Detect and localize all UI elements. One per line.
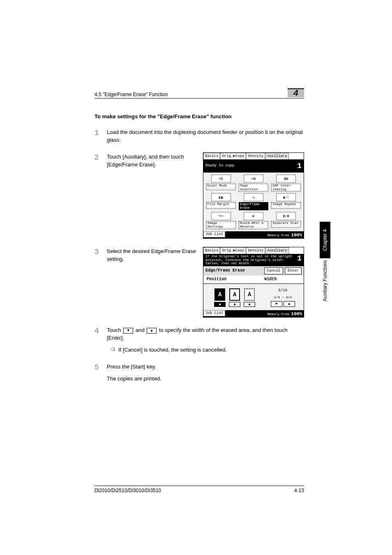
lcd2-position-area: A ▲ A ▲ A ▲ <box>207 288 263 307</box>
step-4-substep: ❍ If [Cancel] is touched, the setting is… <box>107 346 304 354</box>
lcd1-status-text: Ready to copy <box>205 163 234 168</box>
inline-decrease-icon: ▼ <box>123 328 133 334</box>
step-3: 3 Select the desired Edge/Frame Erase se… <box>95 248 304 318</box>
lcd2-tab-origcopy[interactable]: Orig.▶Copy <box>220 247 246 254</box>
step-num-4: 4 <box>95 327 103 354</box>
lcd1-tab-density[interactable]: Density <box>246 153 265 159</box>
position-top-select[interactable]: ▲ <box>229 302 240 307</box>
lcd1-tab-origcopy[interactable]: Orig.▶Copy <box>220 153 246 159</box>
lcd2-cancel-button[interactable]: Cancel <box>264 267 283 274</box>
footer-page-number: 4-13 <box>294 488 304 493</box>
bw-reverse-icon: ◐ <box>244 212 263 220</box>
step-body-1: Load the document into the duplexing doc… <box>107 129 304 144</box>
step-5-text2: The copies are printed. <box>107 375 304 383</box>
image-settings-button[interactable]: Image Settings <box>206 221 236 229</box>
lcd1-memory-indicator: Memory Free 100% <box>267 233 302 237</box>
section-title: To make settings for the "Edge/Frame Era… <box>95 113 304 120</box>
step-num-5: 5 <box>95 363 103 383</box>
cover-mode-icon: ▭∏ <box>211 175 231 183</box>
page-insertion-button[interactable]: Page Insertion <box>239 184 268 192</box>
ohp-interleaving-button[interactable]: OHP Inter- leaving <box>271 184 301 192</box>
lcd2-mode-label: Edge/Frame Erase <box>205 268 263 274</box>
step-body-2: Touch [Auxiliary], and then touch [Edge/… <box>107 153 196 169</box>
lcd2-position-label: Position <box>207 276 264 283</box>
edge-frame-erase-button[interactable]: Edge/Frame Erase <box>239 202 268 210</box>
lcd2-instruction-text: If the Original's text is not in the upr… <box>205 255 297 265</box>
step-5-text1: Press the [Start] key. <box>107 363 304 371</box>
page-footer: Di2010/Di2510/Di3010/Di3510 4-13 <box>95 486 304 493</box>
lcd1-tab-basics[interactable]: Basics <box>203 153 220 159</box>
footer-model: Di2010/Di2510/Di3010/Di3510 <box>95 488 161 493</box>
lcd-panel-1: Basics Orig.▶Copy Density Auxiliary Read… <box>203 152 304 239</box>
ohp-interleaving-icon: ▥▤ <box>276 175 296 183</box>
lcd1-job-list-button[interactable]: Job List <box>203 231 225 237</box>
separate-scan-button[interactable]: Separate Scan <box>271 221 301 228</box>
step-num-1: 1 <box>95 129 103 144</box>
step-1: 1 Load the document into the duplexing d… <box>95 129 304 144</box>
separate-scan-icon: ▥→▥ <box>276 212 296 220</box>
width-increase-button[interactable]: ▲ <box>284 301 295 307</box>
lcd2-tab-basics[interactable]: Basics <box>203 247 220 254</box>
lcd2-width-range: 1/4 ~ 3/4 <box>274 295 292 300</box>
position-left-icon: A <box>214 288 225 301</box>
lcd1-tab-auxiliary[interactable]: Auxiliary <box>265 153 289 159</box>
page-header: 4.5 "Edge/Frame Erase" Function 4 <box>95 88 304 99</box>
file-margin-button[interactable]: File Margin <box>206 202 236 209</box>
step-body-3: Select the desired Edge/Frame Erase sett… <box>107 248 196 263</box>
position-top-icon: A <box>229 288 240 301</box>
lcd2-enter-button[interactable]: Enter <box>285 267 302 274</box>
lcd2-count: 1 <box>297 255 302 265</box>
file-margin-icon: ◧▦ <box>211 193 231 201</box>
image-repeat-icon: ▣→░ <box>276 193 296 201</box>
step-2: 2 Touch [Auxiliary], and then touch [Edg… <box>95 153 304 239</box>
edge-frame-erase-icon: ◇ <box>244 193 263 201</box>
side-tab: Chapter 4 Auxiliary Functions <box>320 222 330 307</box>
width-decrease-button[interactable]: ▼ <box>271 301 282 307</box>
lcd2-job-list-button[interactable]: Job List <box>203 310 225 316</box>
lcd-panel-2: Basics Orig.▶Copy Density Auxiliary If t… <box>203 247 304 318</box>
cover-mode-button[interactable]: Cover Mode <box>206 184 236 190</box>
lcd2-tab-auxiliary[interactable]: Auxiliary <box>265 247 289 254</box>
chapter-number: 4 <box>293 88 298 98</box>
position-frame-icon: A <box>244 288 255 301</box>
chapter-number-box: 4 <box>288 88 304 97</box>
header-section-label: 4.5 "Edge/Frame Erase" Function <box>95 92 168 97</box>
substep-text: If [Cancel] is touched, the setting is c… <box>118 346 227 354</box>
step-5: 5 Press the [Start] key. The copies are … <box>95 363 304 383</box>
side-tab-section: Auxiliary Functions <box>320 258 330 307</box>
lcd2-tab-density[interactable]: Density <box>246 247 265 254</box>
lcd2-width-label: Width <box>264 276 300 283</box>
lcd1-count: 1 <box>297 161 302 171</box>
position-frame-select[interactable]: ▲ <box>244 302 255 307</box>
step-body-4: Touch ▼ and ▲ to specify the width of th… <box>107 327 304 342</box>
lcd2-width-area: 5/16 1/4 ~ 3/4 ▼ ▲ <box>265 288 300 307</box>
image-repeat-button[interactable]: Image Repeat <box>271 202 301 209</box>
substep-bullet-icon: ❍ <box>111 346 115 354</box>
position-left-select[interactable]: ▲ <box>214 302 226 307</box>
page-insertion-icon: ▭▤ <box>244 175 263 183</box>
lcd2-width-value: 5/16 <box>279 288 288 293</box>
side-tab-chapter: Chapter 4 <box>320 222 330 258</box>
step-num-3: 3 <box>95 248 103 318</box>
step-num-2: 2 <box>95 153 103 239</box>
inline-increase-icon: ▲ <box>147 328 157 334</box>
lcd2-memory-indicator: Memory Free 100% <box>267 312 302 316</box>
bw-reverse-button[interactable]: Black-Whit e Reverse <box>239 221 268 229</box>
step-4: 4 Touch ▼ and ▲ to specify the width of … <box>95 327 304 354</box>
image-settings-icon: ✎▭ <box>211 212 231 220</box>
